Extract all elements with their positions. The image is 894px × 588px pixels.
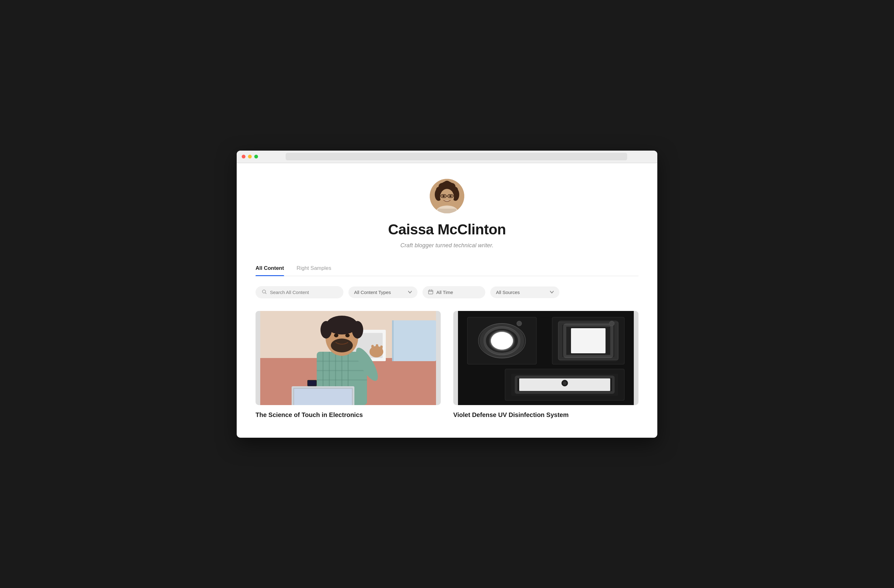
- svg-point-43: [320, 321, 332, 339]
- tab-all-content[interactable]: All Content: [255, 261, 284, 276]
- svg-rect-21: [429, 290, 433, 294]
- all-time-label: All Time: [428, 289, 453, 295]
- content-grid: The Science of Touch in Electronics: [255, 311, 639, 419]
- svg-point-9: [440, 189, 454, 205]
- traffic-light-close[interactable]: [242, 155, 245, 158]
- svg-point-15: [442, 195, 445, 197]
- address-bar[interactable]: [285, 153, 627, 160]
- svg-point-78: [563, 381, 566, 385]
- svg-point-46: [334, 333, 338, 337]
- svg-point-47: [345, 333, 350, 337]
- traffic-light-minimize[interactable]: [248, 155, 252, 158]
- content-types-dropdown[interactable]: All Content Types: [349, 286, 417, 298]
- browser-chrome: [237, 151, 657, 163]
- search-icon: [262, 289, 267, 295]
- traffic-light-maximize[interactable]: [254, 155, 258, 158]
- svg-rect-58: [294, 389, 352, 405]
- svg-rect-18: [438, 209, 456, 213]
- calendar-icon: [428, 289, 433, 295]
- profile-name: Caissa McClinton: [388, 221, 506, 238]
- card-image-uv: [453, 311, 639, 405]
- profile-bio: Craft blogger turned technical writer.: [400, 242, 494, 249]
- svg-point-7: [436, 187, 442, 193]
- avatar-image: [430, 179, 464, 213]
- svg-rect-30: [392, 320, 394, 361]
- all-sources-dropdown[interactable]: All Sources: [490, 286, 559, 298]
- svg-point-16: [449, 195, 452, 197]
- tabs-section: All Content Right Samples: [255, 261, 639, 276]
- svg-point-63: [491, 332, 513, 350]
- card-image-person: [255, 311, 441, 405]
- browser-window: Caissa McClinton Craft blogger turned te…: [237, 151, 657, 438]
- svg-point-66: [517, 321, 522, 326]
- card-image-2: [453, 311, 639, 405]
- svg-line-14: [453, 196, 454, 196]
- tab-right-samples[interactable]: Right Samples: [297, 261, 331, 276]
- svg-rect-51: [376, 344, 378, 352]
- search-box: [255, 286, 343, 299]
- card-title-2: Violet Defense UV Disinfection System: [453, 411, 639, 419]
- svg-rect-55: [308, 381, 316, 386]
- svg-rect-29: [392, 320, 436, 361]
- content-card-1[interactable]: The Science of Touch in Electronics: [255, 311, 441, 419]
- avatar: [430, 179, 464, 213]
- chevron-down-icon-sources: [550, 290, 554, 294]
- card-title-1: The Science of Touch in Electronics: [255, 411, 441, 419]
- chevron-down-icon: [408, 290, 412, 294]
- content-card-2[interactable]: Violet Defense UV Disinfection System: [453, 311, 639, 419]
- card-image-1: [255, 311, 441, 405]
- svg-rect-69: [571, 328, 606, 353]
- svg-point-45: [331, 339, 353, 352]
- svg-line-13: [440, 196, 441, 196]
- profile-section: Caissa McClinton Craft blogger turned te…: [255, 163, 639, 261]
- svg-point-44: [352, 321, 363, 339]
- svg-point-8: [452, 187, 458, 193]
- filter-bar: All Content Types: [255, 286, 639, 299]
- content-types-label: All Content Types: [354, 289, 391, 295]
- search-input[interactable]: [270, 289, 337, 295]
- all-sources-label: All Sources: [496, 289, 520, 295]
- svg-point-72: [609, 321, 614, 326]
- all-time-dropdown[interactable]: All Time: [423, 286, 485, 299]
- page-content: Caissa McClinton Craft blogger turned te…: [237, 163, 657, 438]
- svg-line-20: [265, 292, 266, 294]
